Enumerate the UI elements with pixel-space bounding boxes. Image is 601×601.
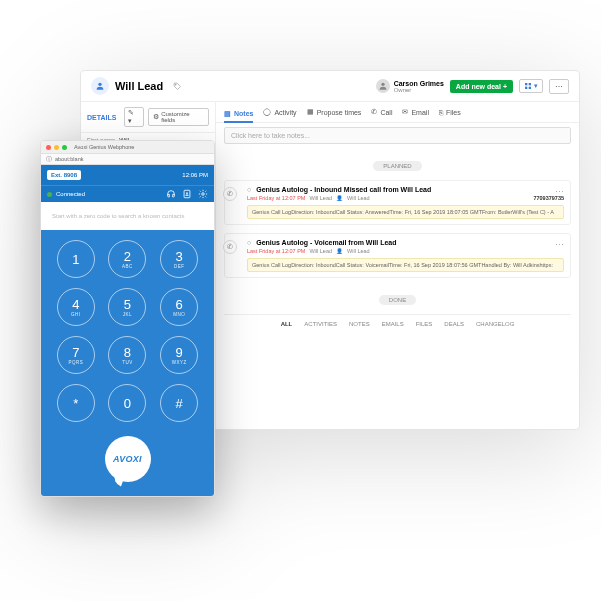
tab-activity[interactable]: ◯Activity	[263, 106, 296, 118]
dialpad-key-6[interactable]: 6MNO	[160, 288, 198, 326]
filter-all[interactable]: ALL	[281, 321, 293, 327]
call-icon: ✆	[371, 108, 377, 116]
svg-rect-4	[529, 83, 531, 85]
activity-title: Genius Autolog - Inbound Missed call fro…	[256, 186, 431, 193]
files-icon: ⎘	[439, 109, 443, 116]
dialpad-key-0[interactable]: 0	[108, 384, 146, 422]
details-tab[interactable]: DETAILS	[87, 114, 116, 121]
phone-header: Ext. 8908 12:06 PM	[41, 165, 214, 185]
dialpad-key-5[interactable]: 5JKL	[108, 288, 146, 326]
address-bar[interactable]: ⓘ about:blank	[41, 153, 214, 165]
activity-card[interactable]: ✆ ⋯ ○ Genius Autolog - Voicemail from Wi…	[224, 233, 571, 278]
svg-point-0	[98, 83, 101, 86]
contacts-icon[interactable]	[182, 189, 192, 199]
activity-icon: ◯	[263, 108, 271, 116]
url-text: about:blank	[55, 156, 83, 162]
dialpad-key-#[interactable]: #	[160, 384, 198, 422]
dialpad-key-1[interactable]: 1	[57, 240, 95, 278]
svg-point-2	[381, 83, 384, 86]
clock: 12:06 PM	[182, 172, 208, 178]
tab-notes[interactable]: ▤Notes	[224, 106, 253, 123]
activity-meta: Last Friday at 12:07 PM Will Lead 👤Will …	[247, 195, 564, 201]
minimize-icon[interactable]	[54, 145, 59, 150]
tag-icon[interactable]	[173, 82, 182, 91]
dialpad-key-3[interactable]: 3DEF	[160, 240, 198, 278]
headset-icon[interactable]	[166, 189, 176, 199]
notes-input[interactable]: Click here to take notes...	[224, 127, 571, 144]
add-deal-button[interactable]: Add new deal +	[450, 80, 513, 93]
calendar-icon: ▦	[307, 108, 314, 116]
activity-meta: Last Friday at 12:07 PM Will Lead 👤Will …	[247, 248, 564, 254]
tabs: ▤Notes ◯Activity ▦Propose times ✆Call ✉E…	[216, 102, 579, 123]
planned-label: PLANNED	[216, 154, 579, 172]
brand-logo: AVOXI	[105, 436, 151, 482]
close-icon[interactable]	[46, 145, 51, 150]
window-title: Avoxi Genius Webphone	[74, 144, 134, 150]
dialpad-key-8[interactable]: 8TUV	[108, 336, 146, 374]
svg-point-9	[202, 193, 205, 196]
owner-name: Carson Grimes	[394, 80, 444, 87]
svg-rect-3	[525, 83, 527, 85]
brand-row: AVOXI	[41, 436, 214, 496]
dial-input[interactable]: Start with a zero code to search a known…	[47, 208, 208, 224]
tab-propose[interactable]: ▦Propose times	[307, 106, 362, 118]
edit-icon[interactable]: ✎ ▾	[124, 107, 144, 127]
phone-icon: ✆	[223, 187, 237, 201]
email-icon: ✉	[402, 108, 408, 116]
owner-block[interactable]: Carson Grimes Owner	[376, 79, 444, 93]
titlebar: Avoxi Genius Webphone	[41, 141, 214, 153]
filter-deals[interactable]: DEALS	[444, 321, 464, 327]
filter-row: ALL ACTIVITIES NOTES EMAILS FILES DEALS …	[224, 314, 571, 333]
svg-rect-6	[529, 87, 531, 89]
dialpad: 12ABC3DEF4GHI5JKL6MNO7PQRS8TUV9WXYZ*0#	[41, 230, 214, 436]
tab-email[interactable]: ✉Email	[402, 106, 429, 118]
dialpad-key-*[interactable]: *	[57, 384, 95, 422]
dialpad-key-7[interactable]: 7PQRS	[57, 336, 95, 374]
settings-icon[interactable]	[198, 189, 208, 199]
activity-card[interactable]: ✆ ⋯ ○ Genius Autolog - Inbound Missed ca…	[224, 180, 571, 225]
filter-activities[interactable]: ACTIVITIES	[304, 321, 337, 327]
svg-rect-5	[525, 87, 527, 89]
status-dot-icon	[47, 192, 52, 197]
person-icon	[91, 77, 109, 95]
activity-menu[interactable]: ⋯	[555, 240, 564, 250]
done-label: DONE	[216, 288, 579, 306]
owner-role: Owner	[394, 87, 444, 93]
dialpad-key-9[interactable]: 9WXYZ	[160, 336, 198, 374]
activity-panel: ▤Notes ◯Activity ▦Propose times ✆Call ✉E…	[216, 102, 579, 429]
notes-icon: ▤	[224, 110, 231, 118]
activity-menu[interactable]: ⋯	[555, 187, 564, 197]
filter-files[interactable]: FILES	[416, 321, 433, 327]
dialpad-key-4[interactable]: 4GHI	[57, 288, 95, 326]
filter-changelog[interactable]: CHANGELOG	[476, 321, 514, 327]
extension-badge: Ext. 8908	[47, 170, 81, 180]
view-toggle-button[interactable]: ▾	[519, 79, 543, 93]
dialpad-key-2[interactable]: 2ABC	[108, 240, 146, 278]
tab-files[interactable]: ⎘Files	[439, 106, 461, 118]
filter-notes[interactable]: NOTES	[349, 321, 370, 327]
webphone-window: Avoxi Genius Webphone ⓘ about:blank Ext.…	[40, 140, 215, 497]
status-text: Connected	[56, 191, 85, 197]
svg-point-8	[186, 192, 188, 194]
activity-title: Genius Autolog - Voicemail from Will Lea…	[256, 239, 396, 246]
gear-icon: ⚙	[153, 113, 159, 121]
more-button[interactable]: ⋯	[549, 79, 569, 94]
customize-fields-button[interactable]: ⚙Customize fields	[148, 108, 209, 126]
filter-emails[interactable]: EMAILS	[382, 321, 404, 327]
avatar	[376, 79, 390, 93]
maximize-icon[interactable]	[62, 145, 67, 150]
crm-header: Will Lead Carson Grimes Owner Add new de…	[81, 71, 579, 102]
svg-point-1	[175, 84, 176, 85]
activity-log-bar: Genius Call LogDirection: InboundCall St…	[247, 205, 564, 219]
phone-icon: ✆	[223, 240, 237, 254]
contact-name: Will Lead	[115, 80, 163, 92]
info-icon: ⓘ	[46, 156, 52, 163]
status-row: Connected	[41, 185, 214, 202]
activity-log-bar: Genius Call LogDirection: InboundCall St…	[247, 258, 564, 272]
tab-call[interactable]: ✆Call	[371, 106, 392, 118]
